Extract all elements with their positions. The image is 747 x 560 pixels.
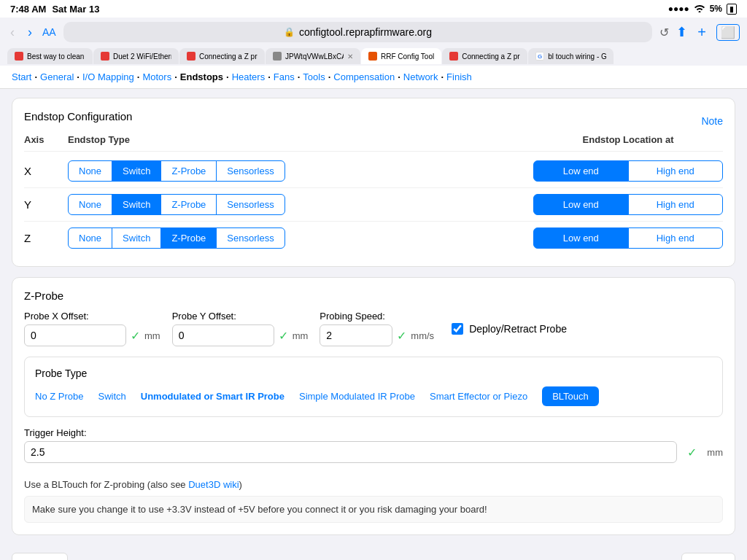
tab-label-2: Duet 2 WiFi/Etherne... [113,52,171,61]
tab-1[interactable]: Best way to clean u... [7,48,93,64]
endstop-config-title: Endstop Configuration [24,110,132,122]
duet3d-wiki-link[interactable]: Duet3D wiki [188,479,239,490]
breadcrumb-motors[interactable]: Motors [142,71,171,82]
breadcrumb-general[interactable]: General [40,71,74,82]
tab-2[interactable]: Duet 2 WiFi/Etherne... [93,48,179,64]
tab-label-4: JPWtqVWwLBxCAK... [285,52,344,61]
tab-label-6: Connecting a Z prob... [462,52,520,61]
smart-effector-option[interactable]: Smart Effector or Piezo [430,391,527,402]
bltouch-option[interactable]: BLTouch [542,386,599,406]
unmodulated-option[interactable]: Unmodulated or Smart IR Probe [141,391,285,402]
back-button[interactable]: ‹ [7,23,18,42]
tab-favicon-5 [368,52,377,61]
no-z-probe-option[interactable]: No Z Probe [35,391,83,402]
deploy-retract-label: Deploy/Retract Probe [469,323,567,335]
time: 7:48 AM [10,4,46,15]
probe-offsets-row: Probe X Offset: ✓ mm Probe Y Offset: ✓ m… [24,311,723,346]
probing-speed-check-icon: ✓ [397,329,406,343]
x-switch-btn[interactable]: Switch [112,160,161,182]
probing-speed-unit: mm/s [411,330,434,341]
tab-4[interactable]: JPWtqVWwLBxCAK... ✕ [266,48,360,64]
header-type: Endstop Type [68,134,533,145]
probe-y-offset-label: Probe Y Offset: [172,311,309,322]
y-lowend-btn[interactable]: Low end [533,194,629,215]
tab-6[interactable]: Connecting a Z prob... [442,48,527,64]
y-highend-btn[interactable]: High end [628,194,724,215]
address-bar[interactable]: 🔒 configtool.reprapfirmware.org [63,22,653,42]
x-sensorless-btn[interactable]: Sensorless [216,160,285,182]
probe-y-offset-input[interactable] [172,324,274,346]
header-axis: Axis [24,134,68,145]
note-link[interactable]: Note [701,115,723,127]
x-lowend-btn[interactable]: Low end [533,160,629,182]
axis-y-label: Y [24,198,68,211]
browser-chrome: ‹ › AA 🔒 configtool.reprapfirmware.org ↺… [0,18,747,66]
trigger-height-input[interactable] [24,441,677,463]
tabs-button[interactable]: ⬜ [716,24,740,41]
battery-icon: ▮ [727,4,737,15]
z-zprobe-btn[interactable]: Z-Probe [160,228,217,249]
reload-button[interactable]: ↺ [659,26,669,39]
bottom-nav: « Back Next » [0,545,747,560]
tabs-bar: Best way to clean u... Duet 2 WiFi/Ether… [7,47,740,66]
tab-label-7: bl touch wiring - Go... [548,52,606,61]
y-type-group: None Switch Z-Probe Sensorless [68,194,527,215]
probe-type-title: Probe Type [35,368,712,379]
z-none-btn[interactable]: None [68,228,112,249]
z-lowend-btn[interactable]: Low end [533,228,629,249]
info-text: Use a BLTouch for Z-probing (also see Du… [24,479,723,490]
trigger-height-label: Trigger Height: [24,427,723,438]
tab-favicon-6 [449,52,458,61]
signal-icon: ●●●● [668,4,689,14]
next-page-button[interactable]: Next » [681,553,735,560]
tab-favicon-4 [273,52,282,61]
probe-type-options: No Z Probe Switch Unmodulated or Smart I… [35,386,712,406]
y-zprobe-btn[interactable]: Z-Probe [160,194,217,215]
breadcrumb-heaters[interactable]: Heaters [232,71,266,82]
tab-label-5: RRF Config Tool [381,52,434,61]
new-tab-button[interactable]: + [697,24,706,41]
breadcrumb-finish[interactable]: Finish [446,71,472,82]
x-none-btn[interactable]: None [68,160,112,182]
breadcrumb-fans[interactable]: Fans [274,71,295,82]
zprobe-title: Z-Probe [24,289,723,302]
probe-x-offset-input[interactable] [24,324,126,346]
probe-x-offset-label: Probe X Offset: [24,311,160,322]
tab-3[interactable]: Connecting a Z pro... [179,48,265,64]
battery: 5% [710,4,722,14]
tab-favicon-2 [101,52,109,61]
z-highend-btn[interactable]: High end [628,228,724,249]
breadcrumb-io[interactable]: I/O Mapping [82,71,134,82]
y-sensorless-btn[interactable]: Sensorless [216,194,285,215]
x-highend-btn[interactable]: High end [628,160,724,182]
forward-button[interactable]: › [25,23,35,42]
tab-7[interactable]: G bl touch wiring - Go... [528,48,614,64]
breadcrumb-network[interactable]: Network [403,71,438,82]
y-switch-btn[interactable]: Switch [112,194,161,215]
share-button[interactable]: ⬆ [676,24,687,40]
url-text: configtool.reprapfirmware.org [299,26,432,38]
probing-speed-input[interactable] [320,324,392,346]
reader-button[interactable]: AA [42,26,56,38]
breadcrumb-tools[interactable]: Tools [303,71,325,82]
z-sensorless-btn[interactable]: Sensorless [216,228,285,249]
z-switch-btn[interactable]: Switch [112,228,161,249]
switch-option[interactable]: Switch [98,391,125,402]
endstop-config-card: Endstop Configuration Note Axis Endstop … [12,98,735,267]
wifi-icon [694,4,705,15]
back-page-button[interactable]: « Back [12,553,68,560]
z-type-group: None Switch Z-Probe Sensorless [68,228,527,249]
deploy-retract-checkbox[interactable] [452,323,463,335]
tab-5[interactable]: RRF Config Tool [361,48,441,64]
tab-favicon-7: G [535,52,544,61]
main-content: Endstop Configuration Note Axis Endstop … [0,89,747,545]
y-none-btn[interactable]: None [68,194,112,215]
x-zprobe-btn[interactable]: Z-Probe [160,160,217,182]
zprobe-card: Z-Probe Probe X Offset: ✓ mm Probe Y Off… [12,277,735,535]
simple-modulated-option[interactable]: Simple Modulated IR Probe [299,391,415,402]
tab-close-4[interactable]: ✕ [347,52,353,61]
breadcrumb-compensation[interactable]: Compensation [333,71,395,82]
z-location-group: Low end High end [533,228,723,249]
breadcrumb-start[interactable]: Start [12,71,31,82]
x-type-group: None Switch Z-Probe Sensorless [68,160,527,182]
